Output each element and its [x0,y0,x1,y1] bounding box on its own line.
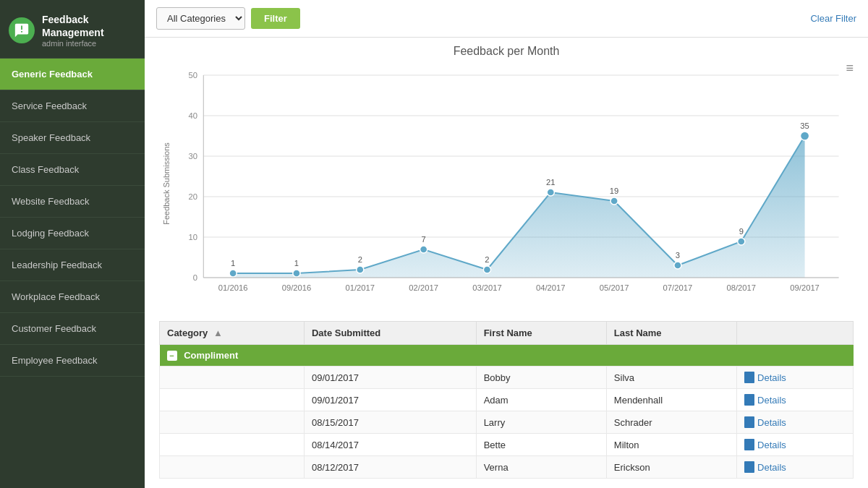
table-row: 08/15/2017 Larry Schrader Details [160,411,854,434]
cell-date: 08/14/2017 [304,434,476,456]
cell-date: 08/12/2017 [304,456,476,479]
collapse-icon[interactable]: − [167,351,177,361]
logo-icon [9,17,35,43]
svg-text:0: 0 [193,273,197,282]
sidebar-item-employee-feedback[interactable]: Employee Feedback [0,345,145,377]
filter-button[interactable]: Filter [251,8,300,29]
cell-details[interactable]: Details [737,434,854,456]
svg-text:09/2016: 09/2016 [282,283,312,292]
cell-category [160,411,305,434]
cell-firstname: Verna [476,456,606,479]
svg-point-21 [738,238,745,245]
svg-point-15 [357,266,364,273]
details-link[interactable]: Details [744,439,846,450]
table-row: 09/01/2017 Bobby Silva Details [160,367,854,389]
svg-text:02/2017: 02/2017 [409,283,438,292]
svg-text:Feedback Submissions: Feedback Submissions [162,142,171,225]
chart-menu-icon[interactable]: ≡ [846,61,854,76]
feedback-table: Category ▲ Date Submitted First Name Las… [159,321,854,479]
details-link[interactable]: Details [744,461,846,473]
doc-icon [744,372,754,383]
clear-filter-link[interactable]: Clear Filter [810,13,856,24]
sidebar-item-service-feedback[interactable]: Service Feedback [0,90,145,122]
cell-details[interactable]: Details [737,367,854,389]
chart-container: Feedback per Month ≡ 50 40 30 20 10 0 Fe… [145,38,868,321]
svg-text:35: 35 [800,121,809,130]
details-link[interactable]: Details [744,416,846,428]
cell-lastname: Milton [606,434,736,456]
sidebar-item-generic-feedback[interactable]: Generic Feedback [0,59,145,90]
cell-lastname: Erickson [606,456,736,479]
sidebar-header: Feedback Management admin interface [0,0,145,59]
cell-firstname: Larry [476,411,606,434]
sidebar-title-block: Feedback Management admin interface [42,13,136,48]
svg-point-18 [547,189,554,196]
app-subtitle: admin interface [42,39,136,48]
sidebar-item-speaker-feedback[interactable]: Speaker Feedback [0,122,145,154]
table-row: 09/01/2017 Adam Mendenhall Details [160,389,854,411]
table-container: Category ▲ Date Submitted First Name Las… [145,321,868,488]
category-dropdown[interactable]: All Categories [156,7,245,30]
svg-point-19 [610,197,618,205]
svg-text:3: 3 [676,251,680,260]
cell-details[interactable]: Details [737,456,854,479]
svg-text:1: 1 [294,259,299,267]
cell-category [160,456,305,479]
chart-title: Feedback per Month [159,45,854,58]
col-header-date: Date Submitted [304,322,476,345]
col-header-lastname: Last Name [606,322,736,345]
cell-firstname: Bette [476,434,606,456]
cell-date: 09/01/2017 [304,389,476,411]
col-label-category: Category [167,328,208,338]
sidebar-item-customer-feedback[interactable]: Customer Feedback [0,313,145,345]
svg-text:04/2017: 04/2017 [536,283,566,292]
details-link[interactable]: Details [744,372,846,383]
app-title: Feedback Management [42,13,136,39]
main-content: All Categories Filter Clear Filter Feedb… [145,0,868,488]
svg-text:2: 2 [485,255,489,264]
sidebar-item-leadership-feedback[interactable]: Leadership Feedback [0,249,145,281]
svg-text:50: 50 [189,71,197,80]
svg-point-14 [293,270,300,277]
cell-date: 09/01/2017 [304,367,476,389]
svg-text:05/2017: 05/2017 [600,283,629,292]
sidebar-item-website-feedback[interactable]: Website Feedback [0,186,145,218]
sidebar-item-workplace-feedback[interactable]: Workplace Feedback [0,281,145,313]
svg-text:40: 40 [189,111,197,120]
svg-text:7: 7 [421,235,425,244]
cell-details[interactable]: Details [737,389,854,411]
svg-text:2: 2 [358,255,362,264]
svg-point-16 [420,246,427,253]
cell-lastname: Schrader [606,411,736,434]
group-label-compliment: Compliment [184,350,238,361]
svg-text:03/2017: 03/2017 [472,283,502,292]
svg-text:30: 30 [189,152,197,160]
table-row: 08/12/2017 Verna Erickson Details [160,456,854,479]
col-header-firstname: First Name [476,322,606,345]
sidebar-item-lodging-feedback[interactable]: Lodging Feedback [0,218,145,249]
svg-text:01/2017: 01/2017 [345,283,375,292]
col-header-category[interactable]: Category ▲ [160,322,305,345]
cell-details[interactable]: Details [737,411,854,434]
svg-text:08/2017: 08/2017 [726,283,756,292]
cell-firstname: Bobby [476,367,606,389]
doc-icon [744,416,754,428]
cell-lastname: Silva [606,367,736,389]
svg-text:1: 1 [231,259,235,267]
cell-lastname: Mendenhall [606,389,736,411]
chart-wrap: ≡ 50 40 30 20 10 0 Feedback Submissions [159,61,854,314]
svg-text:09/2017: 09/2017 [790,283,820,292]
svg-text:9: 9 [739,227,744,236]
details-link[interactable]: Details [744,394,846,406]
svg-text:10: 10 [189,233,197,241]
sidebar-item-class-feedback[interactable]: Class Feedback [0,154,145,186]
topbar: All Categories Filter Clear Filter [145,0,868,38]
doc-icon [744,394,754,406]
svg-text:19: 19 [610,187,618,195]
svg-text:20: 20 [189,192,197,201]
group-row-compliment[interactable]: − Compliment [160,345,854,367]
doc-icon [744,439,754,450]
table-row: 08/14/2017 Bette Milton Details [160,434,854,456]
svg-text:21: 21 [546,178,555,187]
svg-text:07/2017: 07/2017 [663,283,693,292]
